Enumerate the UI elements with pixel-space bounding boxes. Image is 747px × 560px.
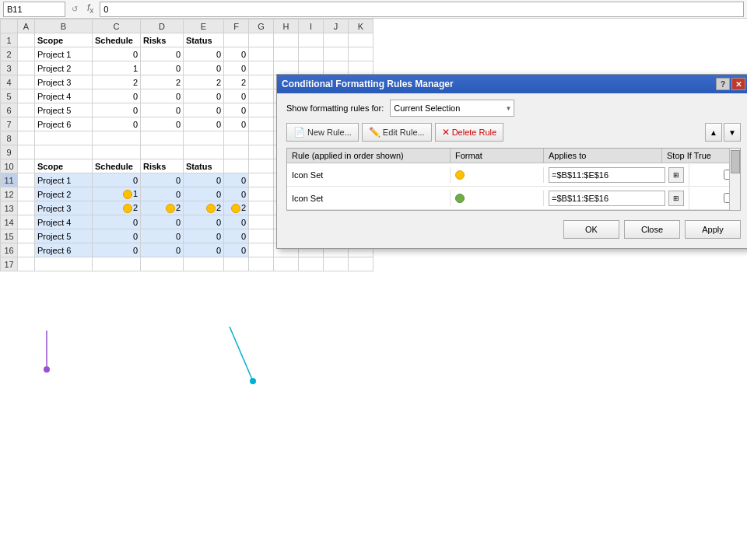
cell-d2[interactable]: 0 (141, 47, 184, 61)
svg-point-1 (44, 366, 50, 373)
move-down-button[interactable]: ▼ (724, 123, 741, 142)
show-rules-row: Show formatting rules for: Current Selec… (286, 100, 741, 117)
col-header-d[interactable]: D (141, 19, 184, 33)
format-green-icon-2 (455, 194, 465, 203)
cell-k2[interactable] (349, 47, 374, 61)
col-header-i[interactable]: I (299, 19, 324, 33)
cell-c2[interactable]: 0 (93, 47, 141, 61)
svg-point-3 (250, 378, 256, 384)
rule-format-1 (451, 167, 544, 183)
applies-to-select-btn-2[interactable]: ⊞ (668, 191, 684, 206)
col-header-e[interactable]: E (184, 19, 224, 33)
conditional-formatting-dialog: Conditional Formatting Rules Manager ? ✕… (276, 74, 747, 249)
table-row: 3 Project 2 1 0 0 0 (1, 61, 374, 75)
new-rule-icon: 📄 (293, 127, 305, 138)
show-rules-select-wrapper: Current Selection This Worksheet (390, 100, 514, 117)
cell-g1[interactable] (249, 33, 274, 47)
yellow-icon (206, 204, 216, 213)
formula-input[interactable] (100, 2, 744, 17)
cell-e1[interactable]: Status (184, 33, 224, 47)
rule-applies-2: ⊞ (544, 187, 689, 209)
new-rule-label: New Rule... (307, 128, 352, 137)
rule-name-label-2: Icon Set (292, 194, 323, 203)
formula-cell-2: ⊞ (549, 191, 684, 206)
table-row: 17 (1, 257, 374, 271)
rules-scrollbar[interactable] (729, 149, 740, 210)
col-header-a[interactable]: A (18, 19, 35, 33)
rules-table-container: Rule (applied in order shown) Format App… (286, 148, 741, 211)
row-num-3[interactable]: 3 (1, 61, 18, 75)
cell-b3[interactable]: Project 2 (35, 61, 93, 75)
drawing-area (0, 327, 747, 560)
cell-f2[interactable]: 0 (224, 47, 249, 61)
rule-name-2[interactable]: Icon Set (287, 191, 451, 206)
table-row: 1 Scope Schedule Risks Status (1, 33, 374, 47)
cell-i1[interactable] (299, 33, 324, 47)
move-up-button[interactable]: ▲ (705, 123, 722, 142)
cell-i2[interactable] (299, 47, 324, 61)
formula-bar: B11 ↺ fx (0, 0, 747, 19)
cell-a1[interactable] (18, 33, 35, 47)
formula-cell-1: ⊞ (549, 167, 684, 183)
cell-b1[interactable]: Scope (35, 33, 93, 47)
close-button[interactable]: Close (624, 220, 680, 239)
header-rule: Rule (applied in order shown) (287, 149, 451, 163)
rule-row-1: Icon Set ⊞ (287, 163, 740, 187)
arrow-buttons: ▲ ▼ (705, 123, 741, 142)
cell-h2[interactable] (274, 47, 299, 61)
rule-row-2: Icon Set ⊞ (287, 187, 740, 210)
cell-b2[interactable]: Project 1 (35, 47, 93, 61)
cell-g2[interactable] (249, 47, 274, 61)
edit-rule-icon: ✏️ (369, 127, 381, 138)
cell-c1[interactable]: Schedule (93, 33, 141, 47)
delete-rule-button[interactable]: ✕ Delete Rule (435, 123, 503, 142)
formula-icon: fx (84, 2, 96, 15)
col-header-b[interactable]: B (35, 19, 93, 33)
dialog-body: Show formatting rules for: Current Selec… (277, 93, 747, 248)
show-rules-label: Show formatting rules for: (286, 103, 384, 113)
scrollbar-thumb[interactable] (731, 150, 740, 173)
rule-format-2 (451, 191, 544, 206)
col-header-k[interactable]: K (349, 19, 374, 33)
dialog-close-button[interactable]: ✕ (731, 78, 745, 90)
refresh-button[interactable]: ↺ (68, 3, 81, 15)
cell-j1[interactable] (324, 33, 349, 47)
col-header-h[interactable]: H (274, 19, 299, 33)
col-header-g[interactable]: G (249, 19, 274, 33)
rule-applies-1: ⊞ (544, 164, 689, 186)
delete-rule-label: Delete Rule (452, 128, 496, 137)
cell-d1[interactable]: Risks (141, 33, 184, 47)
cell-f1[interactable] (224, 33, 249, 47)
cell-h1[interactable] (274, 33, 299, 47)
yellow-icon (231, 204, 240, 213)
format-yellow-icon-1 (455, 170, 465, 180)
cell-k1[interactable] (349, 33, 374, 47)
col-header-f[interactable]: F (224, 19, 249, 33)
ok-button[interactable]: OK (563, 220, 619, 239)
applies-to-input-2[interactable] (549, 191, 665, 206)
delete-rule-icon: ✕ (442, 127, 450, 138)
col-header-c[interactable]: C (93, 19, 141, 33)
cell-reference-box[interactable]: B11 (3, 2, 65, 17)
table-row: 2 Project 1 0 0 0 0 (1, 47, 374, 61)
edit-rule-button[interactable]: ✏️ Edit Rule... (362, 123, 432, 142)
col-header-j[interactable]: J (324, 19, 349, 33)
yellow-icon (123, 190, 132, 199)
rule-name-1[interactable]: Icon Set (287, 167, 451, 183)
applies-to-select-btn-1[interactable]: ⊞ (668, 167, 684, 183)
rules-table-header: Rule (applied in order shown) Format App… (287, 149, 740, 163)
row-num-1[interactable]: 1 (1, 33, 18, 47)
dialog-footer: OK Close Apply (286, 217, 741, 242)
row-num-2[interactable]: 2 (1, 47, 18, 61)
dialog-help-button[interactable]: ? (716, 78, 730, 90)
header-applies-to: Applies to (544, 149, 662, 163)
apply-button[interactable]: Apply (685, 220, 741, 239)
applies-to-input-1[interactable] (549, 167, 665, 183)
cf-toolbar: 📄 New Rule... ✏️ Edit Rule... ✕ Delete R… (286, 123, 741, 142)
cell-j2[interactable] (324, 47, 349, 61)
cell-a2[interactable] (18, 47, 35, 61)
new-rule-button[interactable]: 📄 New Rule... (286, 123, 359, 142)
dialog-titlebar: Conditional Formatting Rules Manager ? ✕ (277, 75, 747, 93)
cell-e2[interactable]: 0 (184, 47, 224, 61)
show-rules-select[interactable]: Current Selection This Worksheet (390, 100, 514, 117)
